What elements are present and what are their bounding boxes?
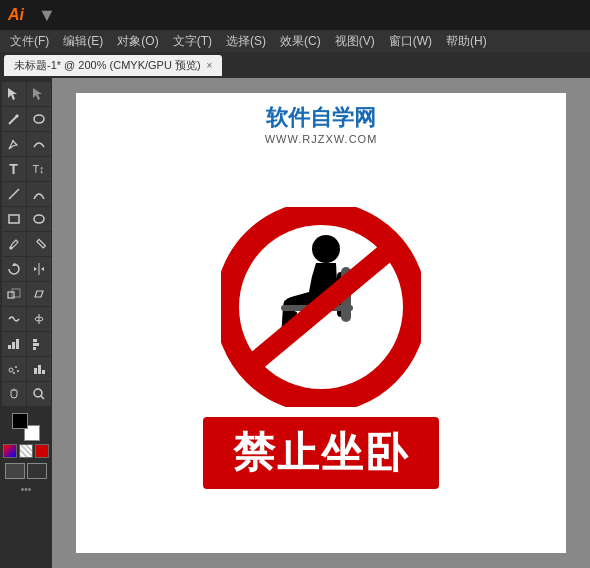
tool-row-brush: [0, 232, 52, 256]
tab-label: 未标题-1* @ 200% (CMYK/GPU 预览): [14, 58, 201, 73]
main-layout: T T↕: [0, 78, 590, 568]
canvas-area: 软件自学网 WWW.RJZXW.COM: [52, 78, 590, 568]
arc-tool[interactable]: [27, 182, 51, 206]
document-canvas: 软件自学网 WWW.RJZXW.COM: [76, 93, 566, 553]
more-tools[interactable]: •••: [21, 484, 32, 495]
svg-point-29: [13, 372, 15, 374]
svg-rect-24: [33, 343, 39, 346]
svg-point-4: [34, 115, 44, 123]
menu-text[interactable]: 文字(T): [167, 31, 218, 52]
symbol-spray-tool[interactable]: [2, 357, 26, 381]
svg-rect-31: [38, 365, 41, 374]
menu-select[interactable]: 选择(S): [220, 31, 272, 52]
tool-row-select: [0, 82, 52, 106]
foreground-color-swatch[interactable]: [12, 413, 28, 429]
title-bar: Ai ▼: [0, 0, 590, 30]
svg-rect-16: [12, 289, 20, 297]
shear-tool[interactable]: [27, 282, 51, 306]
svg-point-33: [34, 389, 42, 397]
vertical-type-tool[interactable]: T↕: [27, 157, 51, 181]
fullscreen-mode[interactable]: [27, 463, 47, 479]
svg-marker-0: [8, 88, 17, 100]
tool-row-rect: [0, 207, 52, 231]
svg-rect-30: [34, 368, 37, 374]
svg-rect-32: [42, 370, 45, 374]
color-section: [3, 413, 49, 479]
normal-mode[interactable]: [5, 463, 25, 479]
watermark: 软件自学网 WWW.RJZXW.COM: [265, 103, 378, 145]
svg-point-26: [9, 368, 13, 372]
tool-row-rotate: [0, 257, 52, 281]
gradient-swatch[interactable]: [3, 444, 17, 458]
menu-window[interactable]: 窗口(W): [383, 31, 438, 52]
tool-row-line: [0, 182, 52, 206]
none-swatch[interactable]: [19, 444, 33, 458]
svg-rect-7: [9, 215, 19, 223]
tool-row-type: T T↕: [0, 157, 52, 181]
pen-tool[interactable]: [2, 132, 26, 156]
svg-line-2: [9, 116, 17, 124]
svg-line-34: [41, 396, 44, 399]
svg-point-8: [34, 215, 44, 223]
app-logo: Ai: [8, 6, 24, 24]
scale-tool[interactable]: [2, 282, 26, 306]
color-swatches: [12, 413, 40, 441]
rotate-tool[interactable]: [2, 257, 26, 281]
ban-text: 禁止坐卧: [233, 429, 409, 476]
magic-wand-tool[interactable]: [2, 107, 26, 131]
svg-marker-1: [33, 88, 42, 100]
reflect-tool[interactable]: [27, 257, 51, 281]
svg-line-6: [9, 189, 19, 199]
tab-close-button[interactable]: ×: [207, 60, 213, 71]
sign-container: 禁止坐卧: [203, 207, 439, 489]
menu-object[interactable]: 对象(O): [111, 31, 164, 52]
type-tool[interactable]: T: [2, 157, 26, 181]
color-buttons: [3, 444, 49, 458]
menu-bar: 文件(F) 编辑(E) 对象(O) 文字(T) 选择(S) 效果(C) 视图(V…: [0, 30, 590, 52]
ban-text-banner: 禁止坐卧: [203, 417, 439, 489]
left-toolbar: T T↕: [0, 78, 52, 568]
svg-rect-10: [36, 239, 44, 247]
lasso-tool[interactable]: [27, 107, 51, 131]
rectangle-tool[interactable]: [2, 207, 26, 231]
svg-marker-13: [34, 267, 37, 271]
svg-point-28: [17, 370, 19, 372]
menu-help[interactable]: 帮助(H): [440, 31, 493, 52]
menu-view[interactable]: 视图(V): [329, 31, 381, 52]
svg-point-5: [12, 140, 14, 142]
menu-edit[interactable]: 编辑(E): [57, 31, 109, 52]
curvature-tool[interactable]: [27, 132, 51, 156]
watermark-title: 软件自学网: [265, 103, 378, 133]
paintbrush-tool[interactable]: [2, 232, 26, 256]
svg-marker-14: [41, 267, 44, 271]
svg-point-27: [15, 366, 17, 368]
line-tool[interactable]: [2, 182, 26, 206]
ellipse-tool[interactable]: [27, 207, 51, 231]
column-graph-tool[interactable]: [27, 357, 51, 381]
tool-row-graph: [0, 332, 52, 356]
width-tool[interactable]: [27, 307, 51, 331]
red-swatch[interactable]: [35, 444, 49, 458]
menu-effect[interactable]: 效果(C): [274, 31, 327, 52]
svg-rect-23: [33, 339, 37, 342]
view-buttons: [5, 463, 47, 479]
hand-tool[interactable]: [2, 382, 26, 406]
svg-rect-22: [16, 339, 19, 349]
warp-tool[interactable]: [2, 307, 26, 331]
svg-marker-17: [35, 291, 43, 297]
document-tab[interactable]: 未标题-1* @ 200% (CMYK/GPU 预览) ×: [4, 55, 222, 76]
tool-row-pen: [0, 132, 52, 156]
tab-bar: 未标题-1* @ 200% (CMYK/GPU 预览) ×: [0, 52, 590, 78]
tool-row-grab: [0, 382, 52, 406]
menu-file[interactable]: 文件(F): [4, 31, 55, 52]
svg-rect-21: [12, 342, 15, 349]
select-tool[interactable]: [2, 82, 26, 106]
zoom-tool[interactable]: [27, 382, 51, 406]
tool-row-scale: [0, 282, 52, 306]
tool-row-effects: [0, 307, 52, 331]
bar-graph-tool[interactable]: [27, 332, 51, 356]
direct-select-tool[interactable]: [27, 82, 51, 106]
app-icon: ▼: [38, 5, 56, 26]
pencil-tool[interactable]: [27, 232, 51, 256]
graph-tool[interactable]: [2, 332, 26, 356]
